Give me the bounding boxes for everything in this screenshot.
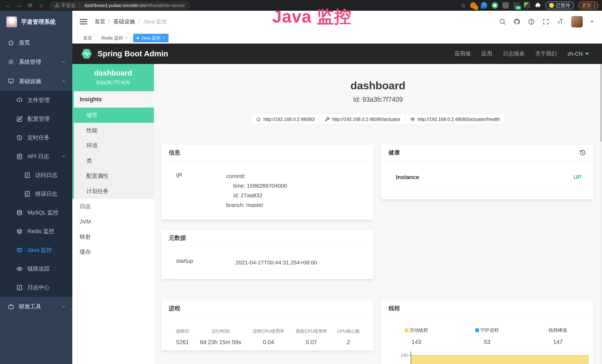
health-url-chip[interactable]: http://192.168.0.2:48080/actuator/health [406, 114, 505, 125]
tab-java-monitor[interactable]: Java 监控× [133, 34, 169, 42]
sidebar-item-error-log[interactable]: 错误日志 [0, 184, 72, 203]
sba-insights-module: Insights 细节 性能 环境 类 配置属性 计划任务 [72, 91, 154, 199]
sidebar-item-tracing[interactable]: 链路追踪 [0, 259, 72, 278]
peak-threads-value: 147 [522, 339, 593, 345]
sba-item-logging[interactable]: 日志 [72, 199, 154, 214]
sidebar-item-config-mgmt[interactable]: 配置管理 [0, 110, 72, 128]
tick-mark [409, 355, 411, 356]
log-edit-icon [24, 191, 30, 197]
sidebar-item-file-mgmt[interactable]: 文件管理 [0, 91, 72, 110]
legend-label: 守护进程 [480, 327, 499, 333]
user-avatar[interactable] [571, 16, 583, 27]
sba-item-scheduled-tasks[interactable]: 计划任务 [74, 183, 154, 199]
sba-item-label: 类 [86, 157, 92, 165]
actuator-url-chip[interactable]: http://192.168.0.2:48080/actuator [320, 114, 406, 125]
extension-icon[interactable] [492, 2, 498, 9]
sba-main: dashboard Id: 93a3fc7f7409 http://192.16… [154, 64, 602, 364]
sba-item-caches[interactable]: 缓存 [72, 244, 154, 260]
browser-forward-icon[interactable]: → [16, 2, 22, 9]
sidebar-item-redis-monitor[interactable]: Redis 监控 [0, 222, 72, 241]
health-instance-row[interactable]: Instance UP [396, 174, 581, 188]
extension-icon[interactable]: on [513, 2, 519, 9]
fullscreen-icon[interactable] [542, 18, 549, 25]
browser-home-icon[interactable]: ⌂ [38, 2, 44, 9]
extension-icon[interactable] [481, 2, 487, 9]
extension-icon[interactable] [502, 2, 509, 9]
extension-icon[interactable] [524, 2, 530, 9]
scrollbar-thumb[interactable] [600, 64, 602, 142]
breadcrumb-infrastructure[interactable]: 基础设施 [113, 18, 135, 25]
chevron-up-icon [61, 79, 66, 84]
service-url-chip[interactable]: http://192.168.0.2:48080/ [251, 114, 320, 125]
sba-menu-applications[interactable]: 应用 [482, 50, 492, 57]
instance-id: Id: 93a3fc7f7409 [154, 96, 602, 104]
browser-menu-icon[interactable] [594, 3, 595, 8]
sba-item-config-props[interactable]: 配置属性 [74, 168, 154, 183]
tab-close-icon[interactable]: × [163, 36, 165, 40]
search-icon[interactable] [499, 18, 506, 25]
app-logo[interactable]: 芋道管理系统 [0, 11, 72, 33]
sidebar-item-access-log[interactable]: 访问日志 [0, 166, 72, 184]
sidebar-item-mysql-monitor[interactable]: MySQL 监控 [0, 203, 72, 222]
sidebar-item-log-center[interactable]: 日志中心 [0, 278, 72, 297]
legend-live-threads: 活动线程 143 [381, 327, 452, 345]
sidebar-item-java-monitor[interactable]: Java 监控 [0, 241, 72, 259]
help-icon[interactable] [528, 18, 535, 25]
sba-menu-wallboard[interactable]: 应用墙 [455, 50, 471, 57]
scrollbar[interactable] [600, 64, 602, 364]
address-bar[interactable]: 不安全 | dashboard.yudao.iocoder.cn/infra/a… [50, 1, 191, 10]
security-warning[interactable]: 不安全 [54, 2, 76, 9]
sba-brand[interactable]: Spring Boot Admin [80, 48, 168, 60]
info-card-title: 信息 [169, 149, 180, 157]
sidebar-item-infrastructure[interactable]: 基础设施 [0, 72, 72, 91]
daemon-threads-value: 53 [452, 339, 523, 345]
log-edit-icon [16, 284, 23, 291]
timer-icon [16, 135, 23, 141]
sidebar-item-api-log[interactable]: API 日志 [0, 147, 72, 166]
threads-legend: 活动线程 143 守护进程 53 线程峰值 147 [381, 327, 593, 345]
sba-item-mappings[interactable]: 映射 [72, 229, 154, 244]
extensions-puzzle-icon[interactable] [535, 2, 541, 9]
sba-item-environment[interactable]: 环境 [74, 138, 154, 153]
font-size-icon[interactable] [557, 18, 564, 25]
log-edit-icon [24, 172, 30, 178]
sba-menu-journal[interactable]: 日志报表 [503, 50, 525, 57]
sba-menu-about[interactable]: 关于我们 [535, 50, 557, 57]
bookmark-star-icon[interactable]: ☆ [461, 2, 466, 9]
sidebar-item-scheduled-jobs[interactable]: 定时任务 [0, 128, 72, 147]
health-history-icon[interactable] [579, 149, 586, 156]
tab-label: Redis 监控 [101, 35, 123, 41]
health-card: 健康 Instance UP [381, 145, 593, 199]
profile-paused-badge[interactable]: 已暂停 [546, 1, 574, 9]
sba-locale-select[interactable]: zh-CN [568, 51, 589, 57]
sidebar-item-home[interactable]: 首页 [0, 33, 72, 52]
sba-item-metrics[interactable]: 性能 [74, 123, 154, 138]
process-pid: 5261 [169, 339, 196, 346]
sidebar-item-label: Java 监控 [27, 246, 52, 254]
sba-app-name: dashboard [74, 69, 152, 77]
url-path: /infra/admin-server [145, 3, 185, 8]
tab-home[interactable]: 首页 [80, 34, 96, 42]
sidebar-item-dev-tools[interactable]: 研发工具 [0, 297, 72, 316]
sba-item-jvm[interactable]: JVM [72, 214, 154, 229]
user-menu-caret-icon[interactable] [590, 21, 594, 23]
sidebar-toggle-icon[interactable] [80, 19, 87, 24]
breadcrumb-home[interactable]: 首页 [95, 18, 105, 25]
sba-item-classes[interactable]: 类 [74, 153, 154, 168]
omnibox-divider: | [79, 3, 81, 8]
threads-chart: 140 120 100 [388, 352, 589, 364]
sba-app-header[interactable]: dashboard 93a3fc7f7409 [72, 64, 154, 91]
chrome-update-button[interactable]: 更新 [579, 1, 598, 9]
sidebar-item-system-mgmt[interactable]: 系统管理 [0, 52, 72, 72]
browser-reload-icon[interactable]: ⟳ [27, 2, 33, 9]
gear-icon [8, 59, 14, 65]
extension-icon[interactable]: 1 [470, 2, 476, 9]
browser-back-icon[interactable]: ← [5, 2, 11, 9]
github-icon[interactable] [513, 18, 520, 25]
sba-section-insights: Insights [74, 91, 154, 107]
sba-item-details[interactable]: 细节 [74, 107, 154, 123]
sba-item-label: 性能 [86, 127, 97, 134]
home-icon [256, 117, 261, 122]
tab-close-icon[interactable]: × [125, 36, 127, 40]
tab-redis-monitor[interactable]: Redis 监控× [98, 34, 131, 42]
